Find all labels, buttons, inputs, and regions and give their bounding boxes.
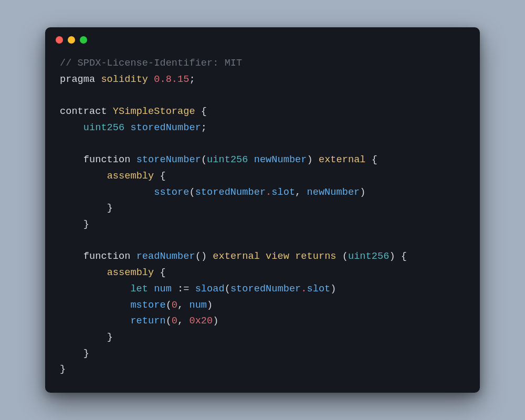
read-function-name: readNumber (136, 251, 195, 262)
zoom-icon[interactable] (80, 36, 87, 44)
function-keyword: function (83, 251, 131, 262)
contract-keyword: contract (60, 106, 107, 117)
param-name: newNumber (254, 154, 307, 165)
close-icon[interactable] (56, 36, 63, 44)
view-keyword: view (266, 251, 289, 262)
solidity-keyword: solidity (101, 74, 148, 85)
assembly-keyword: assembly (107, 171, 154, 182)
store-function-name: storeNumber (136, 154, 201, 165)
returns-keyword: returns (295, 251, 336, 262)
slot-prop: slot (271, 187, 295, 198)
slot-owner: storedNumber (230, 284, 301, 295)
return-type: uint256 (348, 251, 389, 262)
external-keyword: external (213, 251, 260, 262)
pragma-keyword: pragma (60, 74, 95, 85)
external-keyword: external (319, 154, 366, 165)
state-var-type: uint256 (83, 122, 124, 133)
mstore-call: mstore (130, 300, 165, 311)
assembly-keyword: assembly (107, 267, 154, 278)
minimize-icon[interactable] (68, 36, 75, 44)
zero-literal: 0 (172, 300, 177, 311)
contract-name: YSimpleStorage (113, 106, 195, 117)
code-content[interactable]: // SPDX-License-Identifier: MIT pragma s… (45, 52, 480, 393)
sload-call: sload (195, 284, 225, 295)
let-keyword: let (130, 284, 148, 295)
license-comment: // SPDX-License-Identifier: MIT (60, 58, 242, 69)
window-titlebar (45, 27, 480, 52)
code-editor-window: // SPDX-License-Identifier: MIT pragma s… (45, 27, 480, 393)
slot-prop: slot (307, 284, 331, 295)
slot-owner: storedNumber (195, 187, 266, 198)
mstore-arg2: num (189, 300, 207, 311)
zero-literal: 0 (172, 316, 177, 327)
solidity-version: 0.8.15 (154, 74, 189, 85)
assign-op: := (177, 284, 189, 295)
hex20-literal: 0x20 (189, 316, 213, 327)
return-call: return (130, 316, 165, 327)
num-var: num (154, 284, 172, 295)
param-type: uint256 (207, 154, 248, 165)
sstore-call: sstore (154, 187, 189, 198)
function-keyword: function (83, 154, 131, 165)
state-var-name: storedNumber (130, 122, 201, 133)
sstore-arg2: newNumber (307, 187, 360, 198)
